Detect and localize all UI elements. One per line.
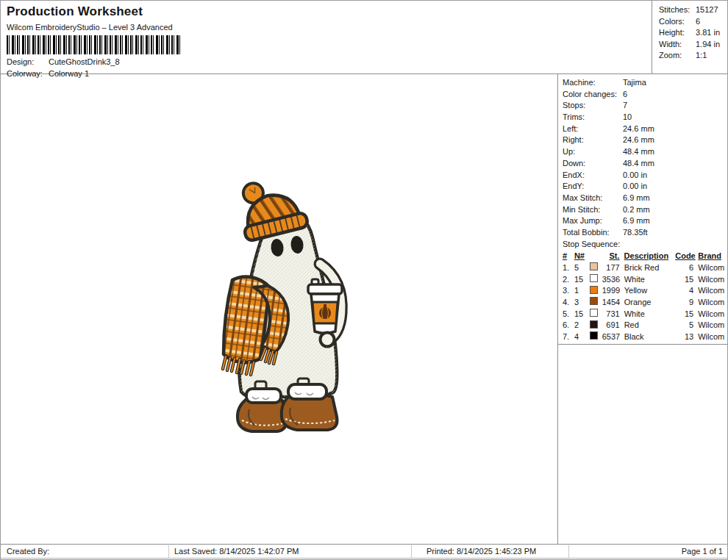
worksheet-header: Production Worksheet Wilcom EmbroiderySt… [1,1,727,74]
stop-sequence-label: Stop Sequence: [558,239,727,251]
col-code: Code [675,251,695,260]
stop-sequence-row: 2. 15 3536 White 15 Wilcom [558,273,727,285]
summary-row: Zoom:1:1 [659,50,727,62]
col-brand: Brand [695,251,727,260]
design-preview-area [1,74,557,544]
stop-sequence-row: 6. 2 691 Red 5 Wilcom [558,319,727,331]
machine-details-list: Machine:Tajima Color changes:6 Stops:7 T… [558,77,727,239]
thread-color-swatch [590,297,598,305]
thread-color-swatch [590,320,598,329]
software-subtitle: Wilcom EmbroideryStudio – Level 3 Advanc… [7,23,181,32]
header-left: Production Worksheet Wilcom EmbroiderySt… [7,4,181,78]
page-title: Production Worksheet [7,4,181,19]
detail-row: Right:24.6 mm [563,134,727,146]
created-by-cell: Created By: [1,545,169,559]
ghost-hand [321,333,335,347]
col-description: Description [622,251,676,260]
thread-color-swatch [590,331,598,340]
stop-sequence-rows: 1. 5 177 Brick Red 6 Wilcom 2. 15 [558,262,727,342]
detail-row: EndX:0.00 in [563,170,727,182]
machine-details-panel: Machine:Tajima Color changes:6 Stops:7 T… [557,74,727,544]
ghost-design-preview [217,177,375,443]
detail-row: Color changes:6 [563,89,727,101]
summary-row: Width:1.94 in [659,39,727,51]
thread-color-swatch [590,286,598,294]
summary-row: Colors:6 [659,16,727,28]
stop-sequence-row: 3. 1 1999 Yellow 4 Wilcom [558,284,727,296]
detail-row: Max Stitch:6.9 mm [563,193,727,204]
worksheet-footer: Created By: Last Saved: 8/14/2025 1:42:0… [1,544,727,559]
col-num: # [563,251,574,260]
thread-color-swatch [590,274,598,282]
stop-sequence-row: 7. 4 6537 Black 13 Wilcom [558,331,727,342]
summary-row: Stitches:15127 [659,4,727,16]
detail-row: Machine:Tajima [563,77,727,89]
summary-row: Height:3.81 in [659,27,727,39]
stop-sequence-header-row: # N# St. Description Code Brand [558,250,727,262]
detail-row: Total Bobbin:78.35ft [563,227,727,239]
design-label: Design: [7,57,49,66]
detail-row: Min Stitch:0.2 mm [563,204,727,216]
design-name-row: Design:CuteGhostDrink3_8 [7,57,181,66]
thread-color-swatch [590,309,598,317]
design-summary-box: Stitches:15127 Colors:6 Height:3.81 in W… [652,1,727,74]
detail-row: Trims:10 [563,112,727,123]
slipper-boots [238,384,338,431]
col-needle: N# [574,251,590,260]
barcode-icon [7,35,181,54]
production-worksheet-page: Production Worksheet Wilcom EmbroiderySt… [0,0,728,560]
detail-row: Max Jump:6.9 mm [563,215,727,227]
detail-row: Down:48.4 mm [563,158,727,170]
thread-color-swatch [590,262,598,270]
detail-row: Stops:7 [563,100,727,112]
worksheet-body: Machine:Tajima Color changes:6 Stops:7 T… [1,74,727,544]
col-stitches: St. [602,251,622,260]
stop-sequence-row: 1. 5 177 Brick Red 6 Wilcom [558,262,727,273]
detail-row: Up:48.4 mm [563,146,727,158]
stop-sequence-table: # N# St. Description Code Brand 1. 5 [558,250,727,345]
stop-sequence-row: 5. 15 731 White 15 Wilcom [558,308,727,320]
design-value: CuteGhostDrink3_8 [49,57,120,66]
printed-cell: Printed: 8/14/2025 1:45:23 PM [412,545,569,559]
detail-row: Left:24.6 mm [563,123,727,135]
detail-row: EndY:0.00 in [563,181,727,193]
last-saved-cell: Last Saved: 8/14/2025 1:42:07 PM [169,545,412,559]
page-number-cell: Page 1 of 1 [569,545,727,559]
stop-sequence-row: 4. 3 1454 Orange 9 Wilcom [558,296,727,308]
